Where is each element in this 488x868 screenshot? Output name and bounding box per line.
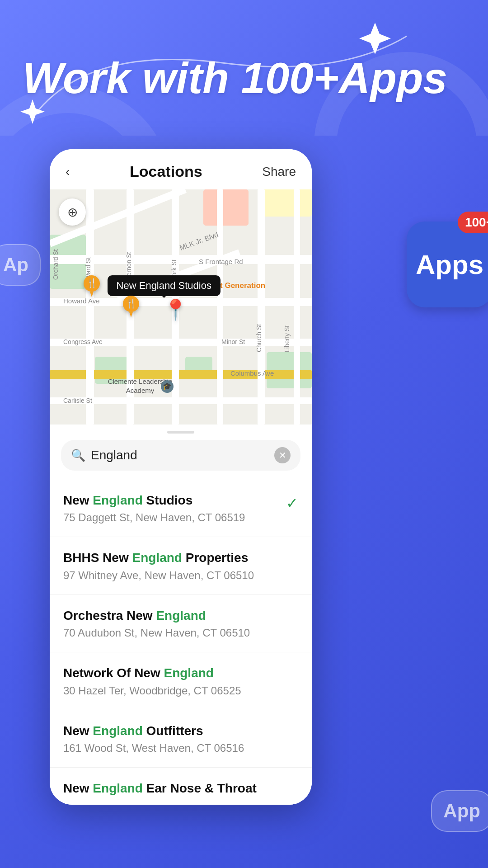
svg-text:Orchard St: Orchard St <box>52 249 59 280</box>
result-content: New England Studios 75 Daggett St, New H… <box>63 492 279 524</box>
result-content: New England Outfitters 161 Wood St, West… <box>63 723 298 755</box>
result-content: BHHS New England Properties 97 Whitney A… <box>63 550 298 581</box>
svg-rect-19 <box>294 189 300 425</box>
partial-card-label: Ap <box>0 244 41 286</box>
apps-badge-label: Apps <box>416 249 483 280</box>
search-section: 🔍 England ✕ <box>50 440 312 480</box>
search-input-wrapper[interactable]: 🔍 England ✕ <box>61 440 300 471</box>
drag-handle[interactable] <box>50 425 312 440</box>
result-name: Orchestra New England <box>63 608 298 624</box>
result-name: New England Ear Nose & Throat <box>63 780 298 797</box>
result-highlight: England <box>93 724 142 738</box>
result-name: Network Of New England <box>63 665 298 681</box>
header-section: Work with 100+Apps <box>23 54 465 102</box>
result-address: 97 Whitney Ave, New Haven, CT 06510 <box>63 569 298 582</box>
result-name: New England Outfitters <box>63 723 298 739</box>
search-clear-button[interactable]: ✕ <box>274 447 291 463</box>
map-pin-food-1[interactable]: 🍴 <box>123 296 139 321</box>
phone-container: Apps 100+ ‹ Locations Share <box>50 149 479 868</box>
apps-badge-container: Apps 100+ <box>407 222 488 307</box>
my-location-button[interactable]: ⊕ <box>59 198 86 226</box>
map-background: MLK Jr. Blvd S Frontage Rd Orchard St Wa… <box>50 189 312 425</box>
screen-title: Locations <box>130 163 202 180</box>
result-content: Orchestra New England 70 Audubon St, New… <box>63 608 298 639</box>
apps-count-badge: 100+ <box>458 212 488 233</box>
svg-point-0 <box>0 99 158 136</box>
drag-handle-bar <box>167 431 194 434</box>
clear-icon: ✕ <box>279 450 286 461</box>
map-area: MLK Jr. Blvd S Frontage Rd Orchard St Wa… <box>50 189 312 425</box>
svg-text:🍴: 🍴 <box>126 298 137 309</box>
result-content: Network Of New England 30 Hazel Ter, Woo… <box>63 665 298 697</box>
result-address: 161 Wood St, West Haven, CT 06516 <box>63 742 298 755</box>
svg-rect-18 <box>258 189 265 425</box>
tooltip-text: New England Studios <box>117 280 211 291</box>
search-input[interactable]: England <box>91 448 269 462</box>
result-highlight: England <box>132 551 182 565</box>
svg-text:Minor St: Minor St <box>221 338 245 345</box>
svg-rect-17 <box>217 189 223 425</box>
partial-card-left-top: Ap <box>0 244 41 286</box>
apps-badge: Apps 100+ <box>407 222 488 307</box>
svg-text:🍴: 🍴 <box>86 278 98 288</box>
svg-text:Church St: Church St <box>255 324 263 352</box>
list-item[interactable]: Network Of New England 30 Hazel Ter, Woo… <box>50 652 312 710</box>
background: Work with 100+Apps Apps 100+ ‹ Locations… <box>0 0 488 868</box>
share-button[interactable]: Share <box>262 165 296 179</box>
map-pin-food-2[interactable]: 🍴 <box>84 275 100 301</box>
back-icon: ‹ <box>66 165 70 179</box>
result-name: BHHS New England Properties <box>63 550 298 566</box>
map-pin-selected[interactable]: 📍 <box>163 298 188 321</box>
back-button[interactable]: ‹ <box>66 165 70 179</box>
phone-mockup: ‹ Locations Share <box>50 149 312 805</box>
svg-text:Academy: Academy <box>126 387 155 394</box>
list-item[interactable]: BHHS New England Properties 97 Whitney A… <box>50 537 312 594</box>
list-item[interactable]: Orchestra New England 70 Audubon St, New… <box>50 595 312 652</box>
result-content: New England Ear Nose & Throat <box>63 780 298 799</box>
results-list: New England Studios 75 Daggett St, New H… <box>50 480 312 805</box>
headline: Work with 100+Apps <box>23 54 465 102</box>
location-icon: ⊕ <box>67 205 78 220</box>
list-item[interactable]: New England Outfitters 161 Wood St, West… <box>50 710 312 768</box>
svg-text:Congress Ave: Congress Ave <box>63 338 103 345</box>
svg-marker-42 <box>129 312 133 317</box>
result-check-icon: ✓ <box>286 495 298 512</box>
result-address: 30 Hazel Ter, Woodbridge, CT 06525 <box>63 684 298 697</box>
svg-text:S Frontage Rd: S Frontage Rd <box>199 258 243 265</box>
svg-text:🎓: 🎓 <box>163 382 172 391</box>
svg-rect-4 <box>203 189 249 226</box>
result-highlight: England <box>93 781 142 795</box>
result-address: 75 Daggett St, New Haven, CT 06519 <box>63 511 279 524</box>
result-highlight: England <box>156 609 206 623</box>
svg-marker-45 <box>90 292 94 297</box>
svg-text:Liberty St: Liberty St <box>283 326 291 352</box>
result-name: New England Studios <box>63 492 279 509</box>
list-item[interactable]: New England Studios 75 Daggett St, New H… <box>50 480 312 537</box>
phone-header: ‹ Locations Share <box>50 149 312 189</box>
svg-text:Columbus Ave: Columbus Ave <box>230 369 274 377</box>
svg-rect-5 <box>258 189 312 217</box>
location-tooltip: New England Studios <box>108 275 221 296</box>
result-highlight: England <box>164 666 213 680</box>
search-icon: 🔍 <box>71 448 85 462</box>
result-address: 70 Audubon St, New Haven, CT 06510 <box>63 627 298 639</box>
result-highlight: England <box>93 493 142 507</box>
list-item[interactable]: New England Ear Nose & Throat <box>50 768 312 805</box>
svg-text:Carlisle St: Carlisle St <box>63 397 92 404</box>
